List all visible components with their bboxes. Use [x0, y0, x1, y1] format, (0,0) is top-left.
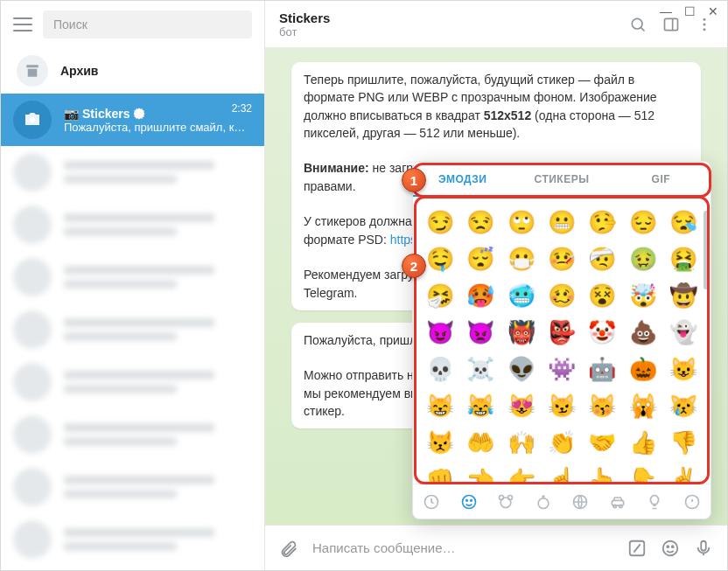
- chat-header: Stickers бот: [265, 1, 727, 48]
- emoji-item[interactable]: 👾: [542, 351, 582, 387]
- cat-objects-icon[interactable]: [646, 493, 663, 511]
- emoji-item[interactable]: 🙄: [501, 204, 542, 240]
- maximize-button[interactable]: ☐: [684, 4, 696, 18]
- search-input[interactable]: Поиск: [43, 10, 252, 38]
- emoji-item[interactable]: 👉: [501, 461, 542, 484]
- emoji-item[interactable]: 😒: [460, 204, 500, 240]
- emoji-item[interactable]: ☠️: [460, 351, 500, 387]
- header-title: Stickers: [279, 10, 330, 25]
- emoji-item[interactable]: 😻: [501, 387, 542, 424]
- svg-point-14: [470, 499, 472, 501]
- emoji-item[interactable]: 🤮: [663, 240, 704, 277]
- emoji-item[interactable]: 😔: [622, 204, 662, 240]
- emoji-item[interactable]: 👹: [501, 314, 542, 351]
- emoji-item[interactable]: 🙀: [622, 387, 662, 424]
- emoji-item[interactable]: ☝️: [542, 461, 582, 484]
- tab-gif[interactable]: GIF: [612, 162, 710, 197]
- emoji-item[interactable]: 😴: [460, 240, 500, 277]
- emoji-item[interactable]: 👻: [663, 314, 704, 351]
- emoji-item[interactable]: 😽: [582, 387, 622, 424]
- emoji-item[interactable]: 🎃: [622, 351, 662, 387]
- cat-food-icon[interactable]: [535, 493, 552, 511]
- emoji-scrollbar[interactable]: [704, 207, 709, 480]
- emoji-item[interactable]: 🤧: [420, 277, 460, 314]
- emoji-item[interactable]: 🤠: [663, 277, 704, 314]
- emoji-item[interactable]: 😈: [420, 314, 460, 351]
- emoji-item[interactable]: 🤤: [420, 240, 460, 277]
- emoji-item[interactable]: 😵: [582, 277, 622, 314]
- emoji-item[interactable]: 😷: [501, 240, 542, 277]
- emoji-item[interactable]: 💀: [420, 351, 460, 387]
- emoji-item[interactable]: 😼: [542, 387, 582, 424]
- emoji-item[interactable]: 😬: [542, 204, 582, 240]
- emoji-item[interactable]: 👈: [460, 461, 500, 484]
- emoji-item[interactable]: 👇: [622, 461, 662, 484]
- emoji-item[interactable]: 🥴: [542, 277, 582, 314]
- cat-activity-icon[interactable]: [571, 493, 589, 511]
- emoji-item[interactable]: 😸: [420, 387, 460, 424]
- emoji-item[interactable]: 🤝: [582, 424, 622, 461]
- emoji-item[interactable]: 🤯: [622, 277, 662, 314]
- emoji-item[interactable]: 👏: [542, 424, 582, 461]
- archive-label: Архив: [60, 64, 98, 78]
- emoji-item[interactable]: 🙌: [501, 424, 542, 461]
- emoji-item[interactable]: 🥶: [501, 277, 542, 314]
- chat-row[interactable]: [1, 513, 264, 566]
- emoji-item[interactable]: 👽: [501, 351, 542, 387]
- archive-row[interactable]: Архив: [1, 48, 264, 94]
- chat-row[interactable]: [1, 356, 264, 408]
- emoji-item[interactable]: 👿: [460, 314, 500, 351]
- chat-row[interactable]: [1, 198, 264, 251]
- emoji-item[interactable]: 🤡: [582, 314, 622, 351]
- emoji-item[interactable]: 💩: [622, 314, 662, 351]
- emoji-item[interactable]: 🤢: [622, 240, 662, 277]
- emoji-icon[interactable]: [661, 539, 680, 558]
- emoji-item[interactable]: 🤥: [582, 204, 622, 240]
- emoji-item[interactable]: 🤒: [542, 240, 582, 277]
- emoji-item[interactable]: 😺: [663, 351, 704, 387]
- cat-smileys-icon[interactable]: [460, 493, 478, 511]
- commands-icon[interactable]: [627, 539, 647, 558]
- cat-recent-icon[interactable]: [423, 493, 440, 511]
- menu-button[interactable]: [13, 17, 32, 31]
- attach-icon[interactable]: [279, 539, 298, 558]
- emoji-item[interactable]: 👆: [582, 461, 622, 484]
- svg-point-4: [704, 23, 706, 25]
- cat-symbols-icon[interactable]: [683, 493, 701, 511]
- emoji-item[interactable]: 🤲: [460, 424, 500, 461]
- svg-point-18: [538, 498, 549, 508]
- emoji-item[interactable]: ✌️: [663, 461, 704, 484]
- emoji-item[interactable]: 😾: [420, 424, 460, 461]
- emoji-item[interactable]: 👍: [622, 424, 662, 461]
- chat-row[interactable]: [1, 146, 264, 198]
- emoji-item[interactable]: 😏: [420, 204, 460, 240]
- chat-row[interactable]: [1, 408, 264, 461]
- search-icon[interactable]: [629, 16, 647, 33]
- message-input[interactable]: Написать сообщение…: [312, 540, 613, 555]
- chat-time: 2:32: [232, 102, 252, 115]
- emoji-item[interactable]: 👊: [420, 461, 460, 484]
- chat-preview: Пожалуйста, пришлите смайл, к…: [64, 121, 252, 134]
- cat-animals-icon[interactable]: [497, 493, 514, 511]
- emoji-grid[interactable]: 😏😒🙄😬🤥😔😪🤤😴😷🤒🤕🤢🤮🤧🥵🥶🥴😵🤯🤠😈👿👹👺🤡💩👻💀☠️👽👾🤖🎃😺😸😹😻😼…: [413, 197, 710, 484]
- emoji-item[interactable]: 😿: [663, 387, 704, 424]
- emoji-item[interactable]: 😪: [663, 204, 704, 240]
- chat-row[interactable]: [1, 461, 264, 513]
- close-button[interactable]: ✕: [708, 4, 718, 18]
- emoji-item[interactable]: 🤕: [582, 240, 622, 277]
- minimize-button[interactable]: —: [660, 4, 672, 18]
- cat-travel-icon[interactable]: [609, 493, 626, 511]
- svg-point-7: [663, 540, 678, 555]
- tab-stickers[interactable]: СТИКЕРЫ: [512, 162, 611, 197]
- emoji-item[interactable]: 🥵: [460, 277, 500, 314]
- emoji-item[interactable]: 👎: [663, 424, 704, 461]
- tab-emoji[interactable]: ЭМОДЗИ: [413, 162, 512, 197]
- chat-row[interactable]: [1, 251, 264, 303]
- chat-row[interactable]: [1, 303, 264, 356]
- emoji-item[interactable]: 🤖: [582, 351, 622, 387]
- chat-row-active[interactable]: 📷 Stickers Пожалуйста, пришлите смайл, к…: [1, 94, 264, 146]
- emoji-item[interactable]: 👺: [542, 314, 582, 351]
- voice-icon[interactable]: [694, 539, 713, 558]
- emoji-item[interactable]: 😹: [460, 387, 500, 424]
- sidebar: Поиск Архив 📷 Stickers Пожалуйста, пришл…: [1, 1, 265, 570]
